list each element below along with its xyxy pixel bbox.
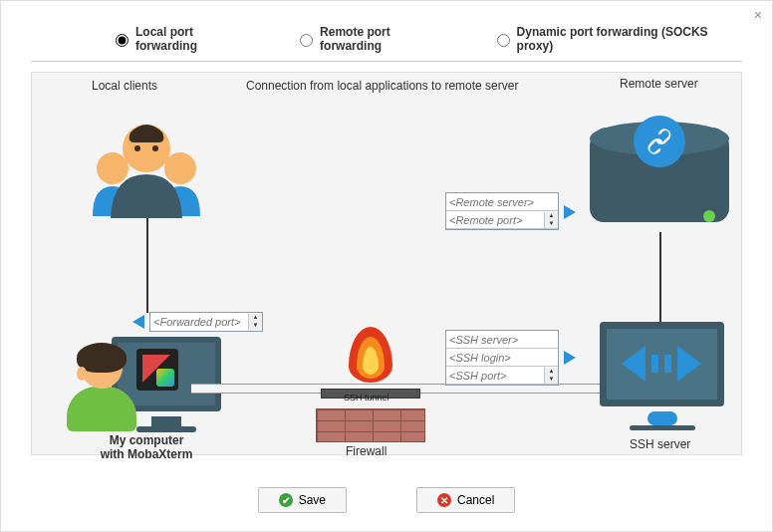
local-clients-icon bbox=[87, 109, 206, 218]
bidirectional-arrows-icon bbox=[622, 344, 701, 384]
local-clients-label: Local clients bbox=[92, 79, 157, 93]
ssh-port-input[interactable] bbox=[446, 368, 544, 384]
radio-remote-label: Remote port forwarding bbox=[320, 25, 452, 53]
close-icon[interactable]: × bbox=[754, 7, 762, 23]
svg-point-3 bbox=[134, 145, 140, 151]
radio-dynamic-forwarding[interactable]: Dynamic port forwarding (SOCKS proxy) bbox=[492, 25, 742, 53]
mobaxterm-app-icon bbox=[136, 349, 178, 391]
connection-description: Connection from local applications to re… bbox=[246, 79, 518, 93]
dialog-buttons: ✔ Save ✕ Cancel bbox=[1, 487, 772, 513]
arrow-right-icon bbox=[564, 351, 576, 365]
remote-server-input[interactable] bbox=[446, 194, 544, 210]
forwarded-port-group: ▲▼ bbox=[149, 312, 263, 332]
cancel-button[interactable]: ✕ Cancel bbox=[416, 487, 515, 513]
arrow-left-icon bbox=[132, 315, 144, 329]
arrow-right-icon bbox=[564, 205, 576, 219]
radio-remote-input[interactable] bbox=[300, 34, 313, 47]
radio-local-forwarding[interactable]: Local port forwarding bbox=[111, 25, 255, 53]
check-icon: ✔ bbox=[279, 493, 293, 507]
firewall-label: Firewall bbox=[346, 444, 386, 458]
line-clients-to-local bbox=[146, 218, 148, 313]
forwarded-port-input[interactable] bbox=[150, 314, 248, 330]
my-computer-label-1: My computer bbox=[82, 433, 211, 447]
radio-dynamic-label: Dynamic port forwarding (SOCKS proxy) bbox=[517, 25, 742, 53]
my-computer-label-2: with MobaXterm bbox=[82, 447, 211, 461]
ssh-server-icon bbox=[600, 322, 724, 431]
remote-port-spinner[interactable]: ▲▼ bbox=[544, 212, 558, 228]
ssh-port-spinner[interactable]: ▲▼ bbox=[544, 368, 558, 384]
ssh-server-label: SSH server bbox=[630, 437, 690, 451]
radio-dynamic-input[interactable] bbox=[497, 34, 510, 47]
svg-point-4 bbox=[152, 145, 158, 151]
forwarding-mode-radios: Local port forwarding Remote port forwar… bbox=[31, 1, 742, 62]
radio-local-label: Local port forwarding bbox=[135, 25, 255, 53]
ssh-tunnel-label: SSH tunnel bbox=[344, 393, 389, 402]
tunnel-settings-dialog: × Local port forwarding Remote port forw… bbox=[0, 0, 773, 532]
save-button-label: Save bbox=[299, 493, 326, 507]
link-icon bbox=[634, 116, 685, 167]
remote-server-label: Remote server bbox=[620, 77, 698, 91]
cancel-button-label: Cancel bbox=[457, 493, 494, 507]
line-remote-to-ssh bbox=[659, 232, 661, 327]
remote-server-group: ▲▼ bbox=[445, 192, 559, 230]
remote-port-input[interactable] bbox=[446, 212, 544, 228]
ssh-server-group: ▲▼ bbox=[445, 330, 559, 386]
ssh-server-input[interactable] bbox=[446, 332, 544, 348]
radio-remote-forwarding[interactable]: Remote port forwarding bbox=[295, 25, 452, 53]
svg-point-0 bbox=[97, 152, 129, 184]
ssh-login-input[interactable] bbox=[446, 350, 544, 366]
flame-icon bbox=[341, 319, 400, 389]
save-button[interactable]: ✔ Save bbox=[258, 487, 347, 513]
cancel-icon: ✕ bbox=[437, 493, 451, 507]
svg-point-1 bbox=[164, 152, 196, 184]
tunnel-diagram: Local clients Connection from local appl… bbox=[31, 72, 742, 455]
forwarded-port-spinner[interactable]: ▲▼ bbox=[248, 314, 262, 330]
remote-server-icon bbox=[590, 128, 729, 232]
radio-local-input[interactable] bbox=[116, 34, 129, 47]
